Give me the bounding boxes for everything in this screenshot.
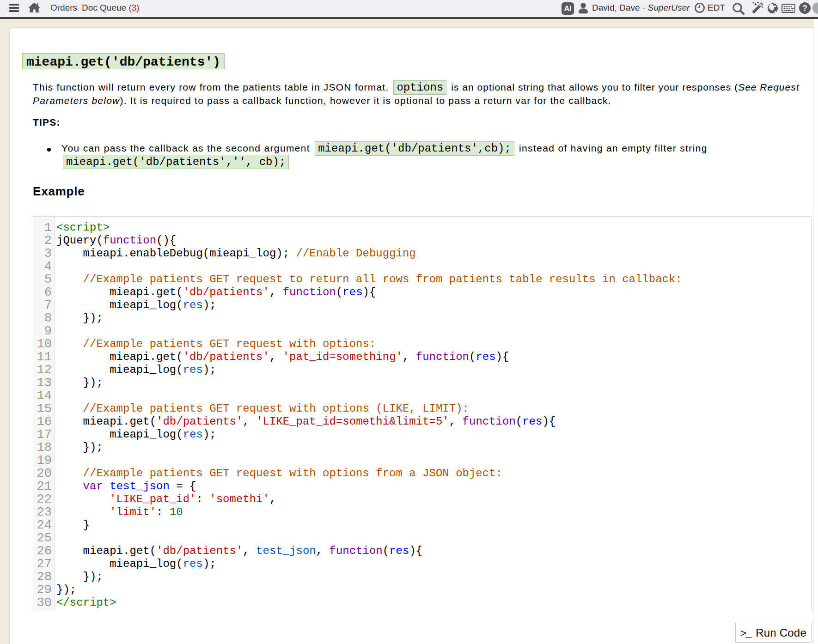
svg-text:?: ?: [802, 4, 807, 13]
